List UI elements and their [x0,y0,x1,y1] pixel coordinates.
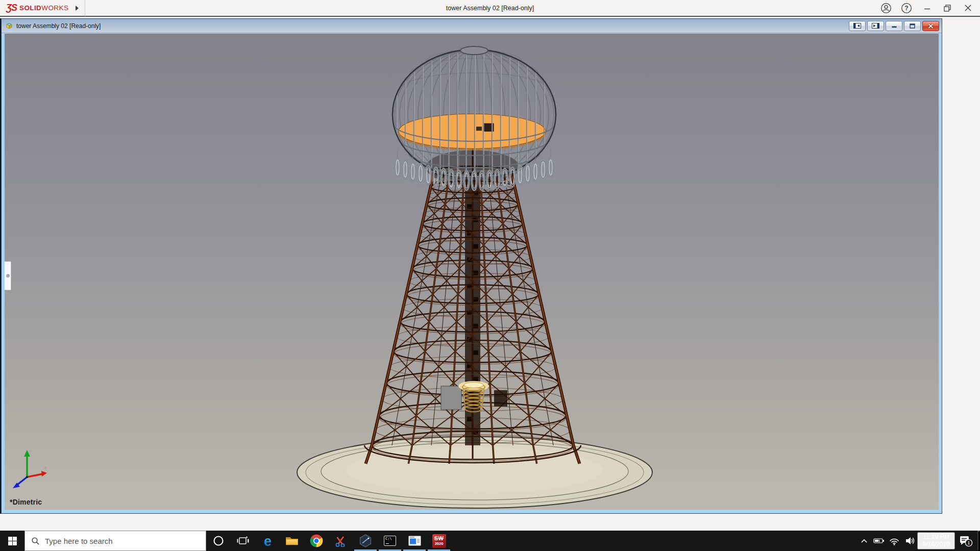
taskbar-empty-area [451,531,857,551]
document-window: tower Assembly 02 [Read-only] [1,18,942,514]
screen: ƷS SOLIDWORKS tower Assembly 02 [Read-on… [0,0,980,551]
hexagon-app-icon [359,534,372,547]
battery-icon [873,537,885,544]
triad-x-label: x [44,465,47,470]
app-titlebar: ƷS SOLIDWORKS tower Assembly 02 [Read-on… [0,0,980,17]
taskbar-item-chrome[interactable] [304,531,329,551]
taskbar-item-window-viewer[interactable] [402,531,427,551]
close-icon [965,5,971,11]
notification-badge: 1 [967,540,970,545]
assembly-document-icon [5,22,13,30]
taskbar-item-snipping-tool[interactable] [329,531,353,551]
account-button[interactable] [876,0,896,16]
graphics-viewport[interactable]: y x *Dimetric [5,34,939,510]
minimize-button[interactable] [917,0,937,16]
document-window-controls [849,21,942,31]
help-icon: ? [901,3,912,14]
help-button[interactable]: ? [896,0,917,16]
tray-date: 9/16/2020 [918,541,954,548]
doc-minimize-button[interactable] [886,21,902,31]
triad-z-axis [17,477,27,485]
taskbar-search[interactable] [24,531,206,551]
solidworks-logo[interactable]: ƷS SOLIDWORKS [0,0,89,16]
taskbar-item-edge[interactable]: e [255,531,280,551]
tray-time: 12:19 PM [918,533,954,541]
triad-origin [26,476,28,478]
titlebar-divider [85,0,85,16]
tray-overflow-button[interactable] [857,531,871,551]
doc-restore-icon [910,23,915,29]
edge-icon: e [261,534,275,548]
app-window-controls: ? [876,0,978,16]
doc-close-button[interactable] [922,21,939,31]
tray-battery-button[interactable] [871,531,887,551]
solidworks-2020-icon: SW 2020 [432,534,446,548]
window-viewer-icon [408,536,421,546]
taskbar-item-solidworks-2020[interactable]: SW 2020 [427,531,451,551]
account-icon [880,3,892,14]
doc-minimize-icon [892,23,897,28]
search-icon [31,537,40,545]
show-desktop-button[interactable] [977,531,980,551]
flyout-arrow-icon[interactable] [76,6,79,11]
doc-close-icon [928,23,934,29]
document-titlebar[interactable]: tower Assembly 02 [Read-only] [2,19,942,33]
close-button[interactable] [958,0,978,16]
pane-collapse-right-button[interactable] [867,21,884,31]
cortana-icon [213,535,224,546]
pane-collapse-left-icon [853,23,861,29]
doc-restore-button[interactable] [904,21,921,31]
tray-volume-button[interactable] [902,531,917,551]
start-icon [8,537,17,545]
volume-icon [905,536,915,545]
restore-icon [944,5,951,12]
taskbar-item-command-prompt[interactable]: C:\ [378,531,402,551]
pane-collapse-left-button[interactable] [849,21,866,31]
task-view-icon [237,536,249,546]
triad-x-axis [27,474,42,477]
svg-text:?: ? [904,5,908,12]
system-tray: 12:19 PM 9/16/2020 1 [857,531,980,551]
taskbar: e [0,531,980,551]
svg-text:e: e [263,534,271,548]
splitter-dot-icon [6,274,10,278]
triad-y-label: y [29,448,32,454]
snipping-tool-icon [335,535,347,547]
tray-clock[interactable]: 12:19 PM 9/16/2020 [917,532,955,549]
command-prompt-icon: C:\ [384,536,396,546]
taskbar-item-task-view[interactable] [231,531,255,551]
action-center-icon: 1 [960,535,973,547]
taskbar-item-cortana[interactable] [206,531,231,551]
taskbar-item-file-explorer[interactable] [280,531,304,551]
document-title: tower Assembly 02 [Read-only] [16,22,101,30]
view-orientation-label: *Dimetric [10,498,42,506]
orientation-triad[interactable]: y x [11,448,50,492]
chrome-icon [310,534,323,547]
file-explorer-icon [285,536,299,546]
pane-collapse-right-icon [872,23,879,29]
wifi-icon [889,537,900,545]
search-input[interactable] [45,537,206,545]
start-button[interactable] [0,531,24,551]
minimize-icon [924,5,930,11]
featuremanager-splitter-tab[interactable] [5,261,11,290]
chevron-up-icon [861,538,868,543]
restore-button[interactable] [937,0,958,16]
app-window-title: tower Assembly 02 [Read-only] [0,0,980,16]
triad-x-arrowhead [41,471,47,477]
solidworks-logo-mark-icon: ƷS [6,3,17,13]
tray-network-button[interactable] [887,531,902,551]
taskbar-item-hexagon-app[interactable] [353,531,378,551]
action-center-button[interactable]: 1 [955,531,977,551]
viewport-3d-scene[interactable] [5,34,939,510]
solidworks-brand-text: SOLIDWORKS [19,4,68,12]
